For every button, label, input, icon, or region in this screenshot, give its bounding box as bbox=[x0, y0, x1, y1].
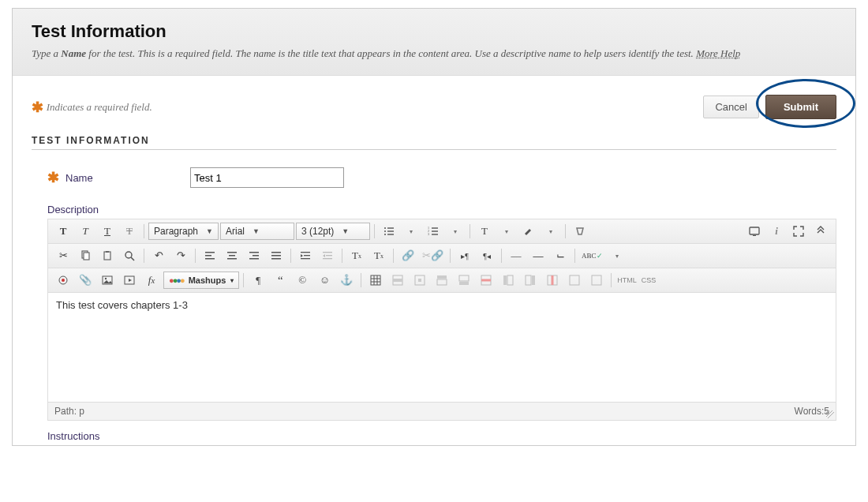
insert-col-right-icon[interactable] bbox=[520, 272, 541, 289]
description-editor: T T T T Paragraph▼ Arial▼ 3 (12pt)▼ ▾ 12… bbox=[47, 219, 836, 421]
image-icon[interactable] bbox=[97, 272, 118, 289]
copyright-icon[interactable]: © bbox=[292, 272, 312, 289]
ordered-list-button[interactable]: 123 bbox=[423, 223, 443, 240]
color-caret-icon[interactable]: ▾ bbox=[541, 223, 561, 240]
attach-icon[interactable]: 📎 bbox=[75, 272, 95, 289]
submit-button[interactable]: Submit bbox=[765, 95, 836, 119]
nbsp-icon[interactable]: ⌙ bbox=[550, 247, 571, 264]
table-more-icon[interactable] bbox=[586, 272, 607, 289]
preview-icon[interactable] bbox=[744, 223, 765, 240]
font-dropdown-label: Arial bbox=[226, 226, 245, 237]
emoticon-icon[interactable]: ☺ bbox=[314, 272, 335, 289]
cancel-button[interactable]: Cancel bbox=[703, 96, 758, 118]
spellcheck-icon[interactable]: ABC✓ bbox=[579, 247, 605, 264]
editor-path: Path: p bbox=[54, 406, 84, 417]
show-blocks-icon[interactable]: ¶ bbox=[248, 272, 268, 289]
chevron-down-icon: ▾ bbox=[230, 277, 234, 284]
svg-rect-11 bbox=[432, 234, 438, 234]
svg-rect-51 bbox=[418, 279, 421, 282]
description-label: Description bbox=[47, 204, 836, 215]
link-icon[interactable]: 🔗 bbox=[398, 247, 418, 264]
align-left-icon[interactable] bbox=[200, 247, 220, 264]
clear-format-button[interactable] bbox=[570, 223, 590, 240]
more-help-link[interactable]: More Help bbox=[696, 47, 740, 59]
table-row-props-icon[interactable] bbox=[387, 272, 408, 289]
svg-rect-59 bbox=[503, 275, 507, 285]
italic-button[interactable]: T bbox=[75, 223, 95, 240]
anchor-icon[interactable]: ⚓ bbox=[336, 272, 357, 289]
subscript-icon[interactable]: Tx bbox=[369, 247, 389, 264]
strike-button[interactable]: T bbox=[119, 223, 140, 240]
font-dropdown[interactable]: Arial▼ bbox=[220, 223, 294, 240]
superscript-icon[interactable]: Tx bbox=[346, 247, 367, 264]
delete-table-icon[interactable] bbox=[564, 272, 585, 289]
name-input[interactable] bbox=[190, 167, 344, 188]
svg-rect-54 bbox=[459, 275, 469, 281]
svg-rect-17 bbox=[106, 251, 109, 253]
mashups-button[interactable]: ●●●● Mashups ▾ bbox=[163, 272, 239, 289]
html-view-button[interactable]: HTML bbox=[615, 276, 638, 284]
cut-icon[interactable]: ✂ bbox=[53, 247, 73, 264]
css-view-button[interactable]: CSS bbox=[640, 276, 658, 284]
list-split-caret-icon[interactable]: ▾ bbox=[445, 223, 466, 240]
svg-rect-23 bbox=[227, 252, 237, 253]
separator bbox=[243, 273, 244, 287]
size-dropdown[interactable]: 3 (12pt)▼ bbox=[296, 223, 370, 240]
svg-rect-5 bbox=[387, 234, 394, 234]
panel-body: ✱ Indicates a required field. Cancel Sub… bbox=[13, 76, 855, 445]
insert-row-below-icon[interactable] bbox=[454, 272, 474, 289]
unordered-list-button[interactable] bbox=[379, 223, 399, 240]
underline-button[interactable]: T bbox=[97, 223, 118, 240]
indent-icon[interactable] bbox=[295, 247, 316, 264]
align-center-icon[interactable] bbox=[222, 247, 242, 264]
svg-rect-7 bbox=[432, 227, 438, 228]
svg-rect-22 bbox=[205, 258, 215, 260]
svg-rect-60 bbox=[526, 275, 531, 285]
separator bbox=[501, 249, 502, 263]
list-split-caret-icon[interactable]: ▾ bbox=[401, 223, 421, 240]
undo-icon[interactable]: ↶ bbox=[148, 247, 169, 264]
color-caret-icon[interactable]: ▾ bbox=[496, 223, 517, 240]
format-dropdown-label: Paragraph bbox=[154, 226, 198, 237]
insert-table-icon[interactable] bbox=[365, 272, 386, 289]
delete-row-icon[interactable] bbox=[476, 272, 496, 289]
blockquote-icon[interactable]: “ bbox=[270, 272, 290, 289]
collapse-icon[interactable] bbox=[810, 223, 831, 240]
rtl-icon[interactable]: ¶◂ bbox=[477, 247, 497, 264]
svg-rect-13 bbox=[753, 235, 756, 236]
fullscreen-icon[interactable] bbox=[788, 223, 809, 240]
format-dropdown[interactable]: Paragraph▼ bbox=[148, 223, 219, 240]
hr-thin-icon[interactable]: ― bbox=[506, 247, 526, 264]
delete-col-icon[interactable] bbox=[542, 272, 563, 289]
ltr-icon[interactable]: ▸¶ bbox=[455, 247, 475, 264]
insert-col-left-icon[interactable] bbox=[498, 272, 518, 289]
svg-point-39 bbox=[62, 279, 65, 282]
align-justify-icon[interactable] bbox=[266, 247, 286, 264]
outdent-icon[interactable] bbox=[317, 247, 338, 264]
align-right-icon[interactable] bbox=[244, 247, 264, 264]
separator bbox=[195, 249, 196, 263]
separator bbox=[342, 249, 342, 263]
spellcheck-caret-icon[interactable]: ▾ bbox=[607, 247, 627, 264]
hr-icon[interactable]: ― bbox=[528, 247, 548, 264]
unlink-icon[interactable]: ✂🔗 bbox=[420, 247, 446, 264]
table-cell-props-icon[interactable] bbox=[410, 272, 430, 289]
copy-icon[interactable] bbox=[75, 247, 95, 264]
svg-rect-55 bbox=[459, 282, 469, 285]
bold-button[interactable]: T bbox=[53, 223, 73, 240]
svg-rect-1 bbox=[387, 227, 394, 228]
svg-rect-65 bbox=[592, 275, 601, 285]
find-icon[interactable] bbox=[119, 247, 140, 264]
equation-icon[interactable]: fx bbox=[141, 272, 162, 289]
highlight-color-button[interactable] bbox=[518, 223, 539, 240]
help-prefix: Type a bbox=[32, 47, 61, 59]
text-color-button[interactable]: T bbox=[474, 223, 495, 240]
media-icon[interactable] bbox=[119, 272, 140, 289]
info-icon[interactable]: i bbox=[766, 223, 787, 240]
record-icon[interactable] bbox=[53, 272, 73, 289]
redo-icon[interactable]: ↷ bbox=[170, 247, 191, 264]
insert-row-above-icon[interactable] bbox=[432, 272, 452, 289]
resize-grip-icon[interactable] bbox=[826, 410, 834, 418]
paste-icon[interactable] bbox=[97, 247, 118, 264]
editor-content[interactable]: This test covers chapters 1-3 bbox=[48, 293, 836, 402]
